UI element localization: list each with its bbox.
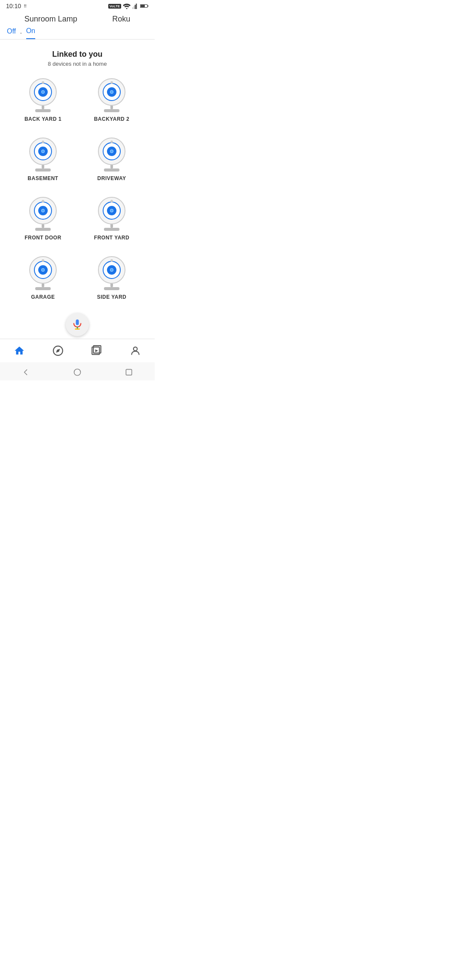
- camera-lens-center: [41, 90, 45, 94]
- camera-lens-outer: [34, 202, 52, 220]
- camera-body: [98, 256, 125, 284]
- device-cell-back-yard-1[interactable]: BACK YARD 1: [9, 74, 77, 126]
- device-cell-basement[interactable]: BASEMENT: [9, 133, 77, 186]
- nav-home[interactable]: [9, 343, 29, 358]
- square-icon: [125, 368, 133, 377]
- camera-lens-center: [110, 268, 113, 272]
- svg-rect-7: [140, 5, 145, 7]
- camera-stand: [104, 224, 119, 231]
- device2-label: Roku: [112, 15, 130, 24]
- camera-base: [35, 228, 51, 231]
- home-button[interactable]: [73, 368, 82, 377]
- device-cell-driveway[interactable]: DRIVEWAY: [77, 133, 146, 186]
- home-icon: [14, 345, 25, 356]
- camera-lens-center: [41, 150, 45, 153]
- device-label-basement: BASEMENT: [27, 175, 58, 181]
- camera-neck: [42, 165, 44, 168]
- device-cell-front-door[interactable]: FRONT DOOR: [9, 193, 77, 245]
- back-button[interactable]: [21, 368, 31, 377]
- device-cell-garage[interactable]: GARAGE: [9, 252, 77, 304]
- tab-off[interactable]: Off: [7, 28, 16, 39]
- svg-rect-3: [135, 5, 136, 9]
- camera-stand: [104, 106, 119, 112]
- compass-icon: [52, 345, 64, 356]
- device-cell-side-yard[interactable]: SIDE YARD: [77, 252, 146, 304]
- device-label-backyard-2: BACKYARD 2: [94, 116, 130, 122]
- camera-icon-backyard-2: [95, 78, 129, 113]
- camera-neck: [110, 165, 113, 168]
- recents-button[interactable]: [124, 368, 134, 377]
- back-icon: [21, 368, 30, 377]
- camera-body: [98, 78, 125, 106]
- camera-lens-inner: [38, 147, 48, 156]
- svg-rect-6: [147, 6, 148, 7]
- camera-neck: [42, 284, 44, 287]
- camera-base: [104, 228, 119, 231]
- camera-stand: [104, 284, 119, 290]
- camera-neck: [42, 224, 44, 228]
- status-time: 10:10 ⠿: [6, 3, 27, 9]
- volte-badge: VoLTE: [108, 4, 121, 9]
- camera-icon-front-yard: [95, 197, 129, 231]
- battery-icon: [140, 3, 149, 9]
- camera-base: [104, 287, 119, 290]
- svg-rect-2: [134, 6, 134, 9]
- device-label-garage: GARAGE: [31, 294, 55, 300]
- camera-lens-outer: [34, 261, 52, 279]
- svg-rect-8: [76, 319, 79, 325]
- camera-icon-driveway: [95, 138, 129, 172]
- device-header: Sunroom Lamp Roku: [0, 12, 155, 24]
- camera-lens-inner: [38, 265, 48, 275]
- time-display: 10:10: [6, 3, 21, 9]
- device-label-front-yard: FRONT YARD: [94, 235, 129, 241]
- status-icons: VoLTE: [108, 3, 149, 9]
- camera-base: [104, 168, 119, 172]
- camera-body: [29, 256, 57, 284]
- camera-lens-center: [110, 90, 113, 94]
- camera-lens-center: [41, 209, 45, 212]
- camera-lens-inner: [38, 87, 48, 97]
- camera-lens-inner: [107, 87, 116, 97]
- device-cell-front-yard[interactable]: FRONT YARD: [77, 193, 146, 245]
- camera-base: [35, 287, 51, 290]
- account-icon: [130, 345, 141, 356]
- svg-point-0: [126, 8, 128, 9]
- nav-bar: [0, 339, 155, 362]
- camera-lens-inner: [107, 265, 116, 275]
- camera-stand: [35, 106, 51, 112]
- camera-stand: [104, 165, 119, 172]
- circle-icon: [73, 368, 82, 377]
- camera-body: [29, 197, 57, 224]
- camera-icon-back-yard-1: [26, 78, 60, 113]
- camera-stand: [35, 224, 51, 231]
- camera-neck: [110, 284, 113, 287]
- nav-discover[interactable]: [48, 343, 68, 358]
- media-icon: [91, 345, 102, 356]
- camera-lens-outer: [103, 261, 121, 279]
- nav-account[interactable]: [125, 343, 145, 358]
- camera-lens-outer: [34, 142, 52, 160]
- wifi-icon: [123, 3, 131, 9]
- camera-body: [29, 78, 57, 106]
- camera-lens-inner: [107, 206, 116, 215]
- camera-base: [35, 109, 51, 112]
- camera-body: [98, 138, 125, 165]
- linked-section: Linked to you 8 devices not in a home: [0, 46, 155, 70]
- tab-on[interactable]: On: [26, 27, 35, 39]
- camera-base: [104, 109, 119, 112]
- camera-icon-basement: [26, 138, 60, 172]
- camera-lens-inner: [38, 206, 48, 215]
- mic-button[interactable]: [66, 313, 89, 336]
- device-cell-backyard-2[interactable]: BACKYARD 2: [77, 74, 146, 126]
- camera-lens-outer: [103, 142, 121, 160]
- nav-media[interactable]: [87, 343, 107, 358]
- camera-neck: [110, 106, 113, 109]
- camera-stand: [35, 284, 51, 290]
- linked-subtitle: 8 devices not in a home: [0, 61, 155, 67]
- linked-title: Linked to you: [0, 50, 155, 59]
- device1-label: Sunroom Lamp: [24, 15, 77, 24]
- svg-rect-1: [132, 7, 133, 9]
- status-bar: 10:10 ⠿ VoLTE: [0, 0, 155, 12]
- svg-point-13: [134, 347, 137, 351]
- device-label-back-yard-1: BACK YARD 1: [24, 116, 61, 122]
